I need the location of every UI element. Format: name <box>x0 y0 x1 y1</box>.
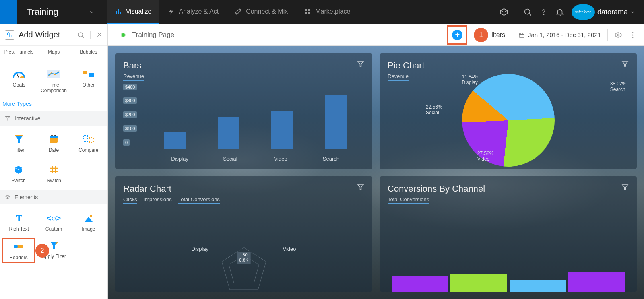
bar <box>164 132 186 149</box>
annotation-box-1: + <box>447 25 467 45</box>
pie-chart <box>462 74 555 167</box>
widget-subtitles: Clicks Impressions Total Conversions <box>123 196 364 204</box>
bar <box>218 117 239 149</box>
brand-name: datorama <box>597 8 628 16</box>
svg-marker-56 <box>358 185 363 190</box>
widget-subtitle[interactable]: Revenue <box>123 73 144 81</box>
more-types-link[interactable]: More Types <box>0 97 107 111</box>
widget-type-switch-1[interactable]: Switch <box>2 163 35 185</box>
widget-title: Pie Chart <box>388 60 629 71</box>
widget-title: Bars <box>123 60 364 71</box>
more-icon[interactable] <box>629 31 637 39</box>
widget-type-filter[interactable]: Filter <box>2 132 36 155</box>
search-icon[interactable] <box>523 8 532 16</box>
radar-label: Video <box>283 246 296 252</box>
filter-icon[interactable] <box>621 60 629 68</box>
svg-marker-27 <box>6 116 10 120</box>
svg-rect-29 <box>15 135 23 136</box>
svg-point-14 <box>543 14 544 14</box>
widget-subtitle[interactable]: Revenue <box>388 73 409 81</box>
workspace-selector[interactable]: Training <box>17 7 107 17</box>
tab-analyze[interactable]: Analyze & Act <box>159 0 227 24</box>
add-widget-icon <box>5 30 14 40</box>
divider <box>90 31 91 39</box>
help-icon[interactable] <box>539 8 548 16</box>
widget-type-bubbles[interactable]: Bubbles <box>72 47 105 56</box>
widget-type-date[interactable]: Date <box>37 132 70 155</box>
y-tick: 0 <box>123 139 130 146</box>
code-icon: <○> <box>45 212 62 224</box>
svg-point-19 <box>78 33 83 37</box>
tab-label: Connect & Mix <box>246 8 288 15</box>
widget-type-pies[interactable]: Pies, Funnels <box>2 47 36 56</box>
svg-point-33 <box>54 135 56 136</box>
widget-radar[interactable]: Radar Chart Clicks Impressions Total Con… <box>115 176 372 292</box>
metric-clicks[interactable]: Clicks <box>123 196 137 204</box>
brand[interactable]: salesforce datorama <box>572 4 635 20</box>
tab-marketplace[interactable]: Marketplace <box>296 0 358 24</box>
image-icon <box>80 212 97 224</box>
gauge-icon <box>11 68 27 80</box>
widget-type-goals[interactable]: Goals <box>2 67 36 95</box>
eye-icon[interactable] <box>614 31 622 39</box>
section-interactive: Interactive <box>0 111 107 126</box>
widget-type-time-comparison[interactable]: Time Comparison <box>37 67 70 95</box>
date-range-picker[interactable]: Jan 1, 2016 - Dec 31, 2021 <box>518 31 601 38</box>
package-icon[interactable] <box>500 8 508 16</box>
widget-subtitle[interactable]: Total Conversions <box>388 196 429 204</box>
widget-type-compare[interactable]: Compare <box>72 132 105 155</box>
widget-bars[interactable]: Bars Revenue 0$100$200$300$400 DisplaySo… <box>115 53 372 169</box>
topbar: Training Visualize Analyze & Act Connect… <box>0 0 644 24</box>
svg-rect-35 <box>89 137 93 143</box>
metric-impressions[interactable]: Impressions <box>144 196 172 204</box>
y-tick: $300 <box>123 97 137 104</box>
calendar-icon <box>518 32 525 38</box>
tab-connect[interactable]: Connect & Mix <box>227 0 296 24</box>
nav-tabs: Visualize Analyze & Act Connect & Mix Ma… <box>107 0 359 24</box>
svg-marker-42 <box>85 217 93 222</box>
widget-type-image[interactable]: Image <box>72 211 105 233</box>
bar <box>325 95 347 148</box>
hamburger-menu[interactable] <box>0 0 17 24</box>
svg-marker-59 <box>622 185 628 190</box>
widget-type-other[interactable]: Other <box>72 67 105 95</box>
chevron-down-icon <box>89 9 95 15</box>
search-icon[interactable] <box>77 31 85 39</box>
bell-icon[interactable] <box>555 8 564 16</box>
svg-rect-31 <box>50 136 58 138</box>
widget-type-custom[interactable]: <○> Custom <box>37 211 70 233</box>
svg-marker-54 <box>358 62 363 66</box>
x-label: Social <box>219 156 241 162</box>
dashboard: Bars Revenue 0$100$200$300$400 DisplaySo… <box>108 46 644 299</box>
tab-label: Analyze & Act <box>179 8 219 15</box>
svg-rect-26 <box>89 73 94 77</box>
widget-conversions[interactable]: Conversions By Channel Total Conversions <box>380 176 637 292</box>
svg-point-12 <box>525 9 530 14</box>
topbar-right: salesforce datorama <box>500 4 644 20</box>
widget-type-switch-2[interactable]: Switch <box>37 163 71 185</box>
panel-title: Add Widget <box>19 30 60 39</box>
tab-label: Marketplace <box>315 8 350 15</box>
filters-label-partial[interactable]: ilters <box>491 31 505 39</box>
svg-point-50 <box>617 34 619 36</box>
box-icon <box>10 164 27 175</box>
widget-pie[interactable]: Pie Chart Revenue 38.02%Search27.58%Vide… <box>380 53 637 169</box>
text-icon: T <box>11 212 27 224</box>
add-widget-panel: Add Widget Pies, Funnels Maps Bubbles Go… <box>0 24 108 299</box>
close-icon[interactable] <box>96 31 103 38</box>
svg-rect-9 <box>308 9 310 11</box>
x-label: Search <box>320 156 342 162</box>
calendar-icon <box>45 134 62 145</box>
widget-type-rich-text[interactable]: T Rich Text <box>2 211 36 233</box>
tab-visualize[interactable]: Visualize <box>107 0 160 24</box>
add-button[interactable]: + <box>452 30 462 40</box>
filter-icon[interactable] <box>357 60 364 68</box>
widget-type-maps[interactable]: Maps <box>37 47 70 56</box>
filter-icon[interactable] <box>621 184 629 191</box>
widget-type-headers[interactable]: Headers <box>2 238 35 263</box>
page-title[interactable]: Training Page <box>132 31 174 39</box>
svg-rect-16 <box>10 35 12 37</box>
metric-conversions[interactable]: Total Conversions <box>178 196 220 204</box>
filter-icon[interactable] <box>357 184 364 191</box>
y-tick: $400 <box>123 84 137 90</box>
